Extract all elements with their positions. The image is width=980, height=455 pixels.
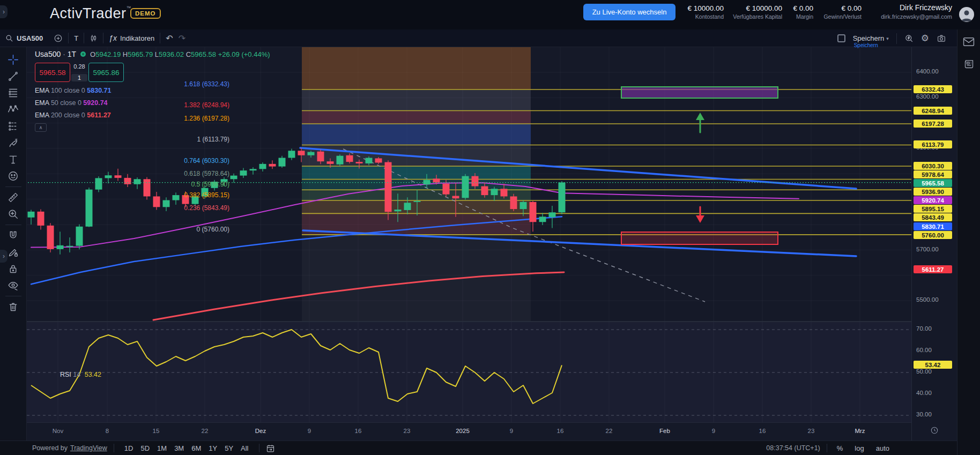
legend-symbol[interactable]: Usa500 · 1T — [35, 50, 76, 58]
collapse-legend-button[interactable]: ∧ — [35, 123, 47, 132]
fx-icon: ƒx — [109, 34, 117, 42]
range-button-3m[interactable]: 3M — [170, 443, 188, 453]
range-button-1y[interactable]: 1Y — [205, 443, 221, 453]
save-layout-button[interactable]: Speichern ▾ Speichern — [853, 34, 889, 42]
time-label: 23 — [808, 428, 815, 434]
range-button-5d[interactable]: 5D — [137, 443, 153, 453]
time-label: Dez — [255, 428, 266, 434]
account-metric-value: € 0.00 — [793, 4, 813, 12]
magnet-icon[interactable] — [4, 227, 23, 244]
indicator-legend: EMA 100 close 0 5830.71EMA 50 close 0 59… — [35, 87, 270, 119]
camera-snapshot-icon[interactable] — [937, 34, 946, 43]
toolbar-checkbox[interactable] — [837, 34, 845, 42]
range-button-5y[interactable]: 5Y — [221, 443, 237, 453]
time-label: 9 — [712, 428, 715, 434]
ema-legend-row[interactable]: EMA 200 close 0 5611.27 — [35, 111, 270, 119]
user-info[interactable]: Dirk Friczewsky dirk.friczewsky@gmail.co… — [881, 3, 952, 20]
switch-to-live-button[interactable]: Zu Live-Konto wechseln — [583, 4, 675, 20]
lock-icon[interactable] — [4, 260, 23, 277]
forecast-icon[interactable] — [4, 118, 23, 135]
chart-style-button[interactable] — [84, 29, 103, 47]
range-button-1d[interactable]: 1D — [121, 443, 137, 453]
trendline-icon[interactable] — [4, 68, 23, 85]
tradingview-link[interactable]: TradingView — [70, 444, 107, 452]
toolbar-divider — [5, 187, 21, 187]
time-axis[interactable]: Nov81522Dez91623202591622Feb91623Mrz — [27, 422, 911, 441]
text-icon[interactable] — [4, 151, 23, 168]
zoomin-icon[interactable] — [4, 206, 23, 222]
trash-icon[interactable] — [4, 299, 23, 315]
user-email: dirk.friczewsky@gmail.com — [881, 13, 952, 20]
plus-circle-icon — [54, 34, 63, 43]
fib-icon[interactable] — [4, 85, 23, 101]
brush-icon[interactable] — [4, 135, 23, 151]
price-badge: 5965.58 — [914, 179, 952, 187]
eye-icon[interactable] — [4, 277, 23, 294]
axis-label: 70.00 — [916, 325, 954, 332]
time-label: Feb — [659, 428, 670, 434]
timezone-clock-icon[interactable] — [930, 426, 939, 435]
time-label: 22 — [606, 428, 613, 434]
spread-value: 0.28 — [73, 63, 85, 70]
scale-button-auto[interactable]: auto — [873, 443, 893, 453]
time-label: 16 — [557, 428, 564, 434]
go-to-date-icon[interactable] — [266, 444, 275, 453]
fib-level-label: 0.764 (6030.30) — [184, 157, 229, 165]
expand-panel-tab[interactable]: › — [0, 5, 8, 18]
price-badge: 5936.90 — [914, 188, 952, 196]
ema-legend-row[interactable]: EMA 100 close 0 5830.71 — [35, 87, 270, 94]
ema-legend-row[interactable]: EMA 50 close 0 5920.74 — [35, 99, 270, 107]
fib-level-label: 1 (6113.79) — [197, 136, 230, 143]
crosshair-icon[interactable] — [4, 51, 23, 68]
time-label: 8 — [106, 428, 109, 434]
undo-button[interactable]: ↶ — [160, 29, 178, 47]
ruler-icon[interactable] — [4, 189, 23, 206]
fib-level-label: 1.382 (6248.94) — [184, 101, 229, 109]
price-badge: 5760.00 — [914, 231, 952, 239]
price-badge: 6113.79 — [914, 140, 952, 148]
user-icon — [959, 7, 974, 22]
range-button-all[interactable]: All — [237, 443, 252, 453]
chart-pane[interactable]: Usa500 · 1T O5942.19 H5965.79 L5936.02 C… — [27, 47, 911, 422]
xabcd-icon[interactable] — [4, 101, 23, 118]
clock-readout: 08:37:54 (UTC+1) — [766, 444, 820, 452]
fib-level-label: 0 (5760.00) — [197, 226, 229, 233]
scale-button-log[interactable]: log — [851, 443, 867, 453]
time-label: Mrz — [855, 428, 865, 434]
scale-button-%[interactable]: % — [834, 443, 847, 453]
price-axis[interactable]: 6400.006300.006100.005700.005500.006332.… — [911, 47, 957, 441]
quantity-stepper[interactable]: 1 — [71, 74, 87, 81]
axis-label: 5500.00 — [916, 296, 954, 303]
mail-icon[interactable] — [963, 37, 975, 47]
range-button-1m[interactable]: 1M — [153, 443, 170, 453]
settings-gear-icon[interactable]: ⚙ — [921, 34, 929, 43]
add-symbol-button[interactable] — [48, 29, 68, 47]
market-status-icon — [80, 51, 86, 57]
chart-legend: Usa500 · 1T O5942.19 H5965.79 L5936.02 C… — [35, 50, 270, 132]
range-button-6m[interactable]: 6M — [188, 443, 205, 453]
symbol-search[interactable]: USA500 — [0, 29, 48, 47]
account-metric-label: Margin — [793, 13, 813, 20]
interval-button[interactable]: T — [69, 29, 84, 47]
quick-search-icon[interactable] — [904, 34, 914, 43]
redo-button[interactable]: ↷ — [179, 29, 191, 47]
toolbar-divider — [5, 296, 21, 296]
indicators-button[interactable]: ƒx Indikatoren — [103, 29, 160, 47]
sell-button[interactable]: 5965.58 — [35, 63, 70, 82]
rsi-legend[interactable]: RSI 14 53.42 — [60, 371, 101, 378]
buy-button[interactable]: 5965.86 — [88, 63, 124, 82]
scale-buttons: %logauto — [834, 443, 893, 453]
drawing-toolbar — [0, 47, 27, 441]
axis-label: 6300.00 — [916, 93, 954, 100]
account-metric: € 10000.00Verfügbares Kapital — [733, 4, 782, 20]
avatar[interactable] — [959, 7, 974, 22]
price-badge: 6197.28 — [914, 120, 952, 128]
price-badge: 5611.27 — [914, 265, 952, 273]
fib-level-label: 1.618 (6332.43) — [184, 80, 229, 88]
toolbar-divider — [5, 225, 21, 225]
news-feed-icon[interactable] — [963, 58, 975, 70]
emoji-icon[interactable] — [4, 168, 23, 184]
axis-label: 40.00 — [916, 390, 954, 396]
account-metric-label: Verfügbares Kapital — [733, 13, 782, 20]
expand-watchlist-tab[interactable]: › — [0, 250, 8, 263]
